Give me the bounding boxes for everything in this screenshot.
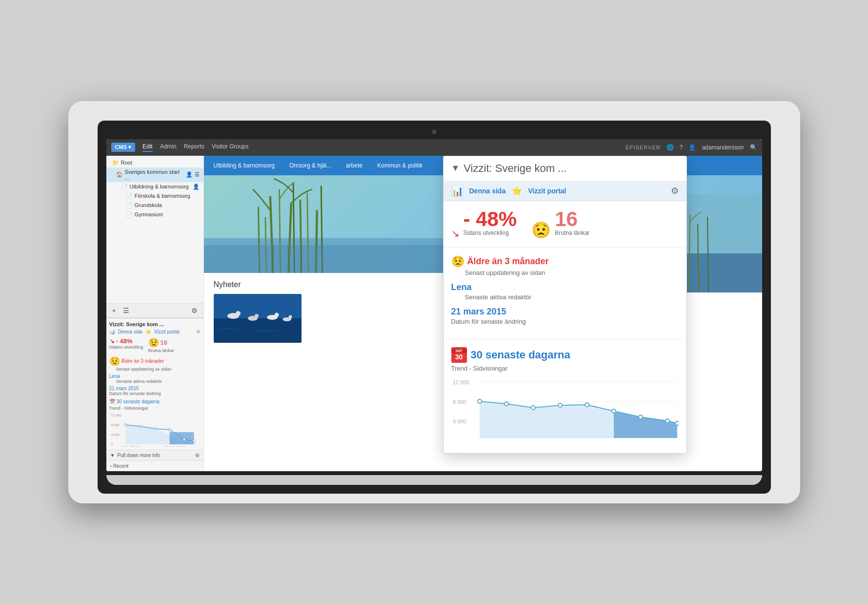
top-nav: Edit Admin Reports Visitor Groups [142, 143, 249, 152]
item-label: Utbildning & barnomsorg [130, 184, 189, 189]
popup-percent-label: Sidans utveckling [464, 229, 517, 236]
sidebar-item-utbildning[interactable]: 📄 Utbildning & barnomsorg 👤 [106, 182, 203, 191]
svg-point-61 [585, 403, 589, 407]
laptop-frame: CMS ▾ Edit Admin Reports Visitor Groups … [68, 101, 800, 503]
svg-point-45 [288, 315, 292, 318]
svg-point-11 [193, 439, 195, 442]
menu-icon[interactable]: ☰ [195, 171, 200, 178]
sidebar-item-forskola[interactable]: 📄 Förskola & barnomsorg [106, 191, 203, 201]
svg-point-58 [505, 402, 508, 406]
popup-chart: 12 000 8 000 4 000 [451, 377, 679, 445]
nav-utbildning[interactable]: Utbilding & barnomsorg [214, 162, 275, 169]
recent-label: Recent [113, 463, 129, 469]
percent-stat: ↘ - 48% Sidans utveckling [109, 337, 143, 353]
settings-button[interactable]: ⚙ [189, 306, 200, 315]
vizzit-popup: ▼ Vizzit: Sverige kom ... 📊 Denna sida ⭐… [443, 156, 687, 454]
sidebar-toolbar: + ☰ ⚙ [106, 303, 203, 318]
popup-broken-links-stat: 😟 16 Brutna länkar [531, 209, 589, 239]
page-icon: 📄 [126, 211, 133, 218]
cal-num: 30 [455, 353, 463, 361]
sad-icon: 😟 [148, 337, 159, 348]
page-icon: 📄 [126, 202, 133, 208]
item-label: Sveriges kommun start ... [125, 169, 184, 181]
recent-bar[interactable]: › Recent [106, 460, 203, 471]
svg-text:12 000: 12 000 [111, 414, 121, 417]
nav-arbete[interactable]: arbete [346, 162, 363, 169]
popup-percent-stat: ↘ - 48% Sidans utveckling [451, 209, 517, 239]
nav-kommun[interactable]: Kommun & politik [377, 162, 423, 169]
older-than-sub: Senast uppdatering av sidan [116, 367, 201, 372]
calendar-icon: SEP 30 [451, 347, 467, 363]
denna-sida-popup-tab[interactable]: Denna sida [469, 187, 506, 195]
svg-point-65 [675, 421, 679, 425]
popup-header: ▼ Vizzit: Sverige kom ... [444, 156, 686, 181]
popup-warning-icon: 😟 [451, 255, 464, 268]
denna-sida-tab[interactable]: Denna sida [118, 329, 143, 334]
vizzit-portal-popup-tab[interactable]: Vizzit portal [528, 187, 566, 195]
svg-text:4 000: 4 000 [111, 433, 120, 437]
svg-point-6 [124, 423, 127, 426]
vizzit-icon: 📊 [109, 329, 115, 334]
percent-value: - 48% [116, 337, 133, 345]
settings-icon-small[interactable]: ⚙ [195, 453, 200, 458]
user-icon[interactable]: 👤 [688, 144, 696, 151]
svg-point-10 [183, 438, 185, 440]
nav-visitor-groups[interactable]: Visitor Groups [212, 143, 249, 152]
svg-point-8 [154, 427, 156, 430]
laptop-base [106, 475, 762, 485]
svg-point-39 [236, 311, 241, 316]
sidebar-item-root[interactable]: 📁 Root [106, 158, 203, 167]
warning-icon: 😟 [109, 356, 120, 367]
popup-tabs: 📊 Denna sida ⭐ Vizzit portal ⚙ [444, 181, 686, 201]
date-sub: Datum för senaste ändring [109, 391, 201, 396]
nav-admin[interactable]: Admin [160, 143, 177, 152]
popup-trend-title: 30 senaste dagarna [471, 349, 570, 361]
gear-icon[interactable]: ⚙ [196, 329, 201, 334]
website-area: Utbilding & barnomsorg Omsorg & hjäl... … [204, 156, 762, 471]
root-label: Root [121, 160, 132, 166]
svg-text:12 000: 12 000 [453, 379, 469, 385]
vizzit-portal-tab[interactable]: Vizzit portal [154, 329, 180, 334]
svg-point-57 [478, 399, 482, 403]
collapse-icon[interactable]: ▼ [451, 163, 460, 173]
star-icon-popup: ⭐ [511, 186, 522, 196]
popup-info-section: 😟 Äldre än 3 månader Senast uppdatering … [444, 248, 686, 339]
menu-button[interactable]: ☰ [121, 306, 131, 315]
popup-trend-sub: Trend - Sidvisningar [451, 365, 679, 372]
svg-point-7 [139, 425, 141, 427]
help-icon[interactable]: ? [680, 144, 683, 151]
nav-edit[interactable]: Edit [142, 143, 153, 152]
cms-logo-button[interactable]: CMS ▾ [111, 143, 136, 152]
sidebar-item-gymnasium[interactable]: 📄 Gymnasium [106, 210, 203, 219]
trend-sub-small: Trend - Sidvisningar [109, 406, 201, 411]
popup-broken-value: 16 [555, 209, 589, 229]
popup-trend-header: SEP 30 30 senaste dagarna [451, 347, 679, 363]
percent-label: Sidans utveckling [109, 345, 143, 350]
popup-older-than: 😟 Äldre än 3 månader Senast uppdatering … [451, 255, 679, 276]
news-image [214, 294, 302, 343]
broken-links-value: 16 [161, 339, 167, 346]
nav-reports[interactable]: Reports [184, 143, 204, 152]
svg-point-63 [639, 415, 643, 419]
sidebar-item-grundskola[interactable]: 📄 Grundskola [106, 201, 203, 210]
globe-icon[interactable]: 🌐 [666, 144, 674, 151]
sidebar-item-sveriges[interactable]: 🏠 Sveriges kommun start ... 👤 ☰ [106, 167, 203, 182]
add-button[interactable]: + [110, 306, 118, 315]
nav-omsorg[interactable]: Omsorg & hjäl... [289, 162, 331, 169]
broken-links-label: Brutna länkar [148, 348, 175, 353]
broken-links-stat: 😟 16 Brutna länkar [148, 337, 175, 353]
svg-text:0: 0 [111, 443, 113, 446]
svg-text:8 000: 8 000 [453, 399, 466, 405]
popup-percent-value: - 48% [464, 209, 517, 229]
search-icon[interactable]: 🔍 [750, 144, 757, 151]
ducks-image [214, 294, 302, 343]
home-icon: 🏠 [116, 171, 123, 178]
popup-editor-name: Lena [451, 282, 679, 292]
date-item: 21 mars 2015 Datum för senaste ändring [109, 386, 201, 396]
item-label: Gymnasium [135, 211, 163, 217]
pull-down-bar[interactable]: ▼ Pull down more info ⚙ [106, 450, 203, 460]
svg-text:31 aug - 23 sep: 31 aug - 23 sep [164, 445, 185, 447]
popup-gear-icon[interactable]: ⚙ [671, 186, 679, 196]
svg-point-43 [274, 312, 279, 317]
page-icon: 📄 [126, 193, 133, 199]
